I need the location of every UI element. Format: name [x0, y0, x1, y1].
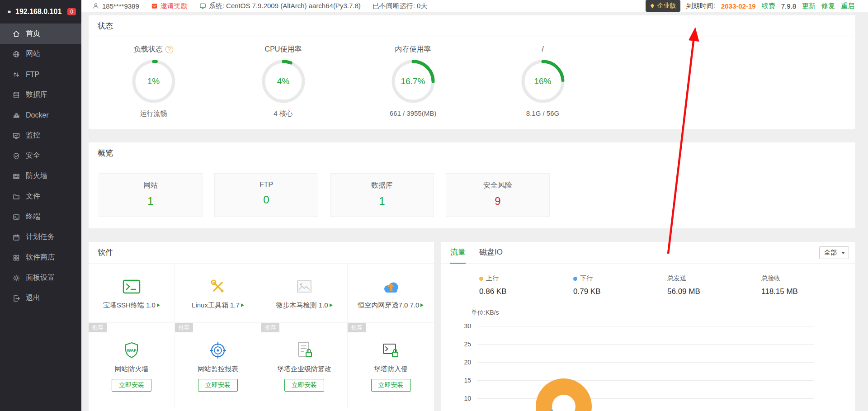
- gauge-label: /: [542, 45, 543, 53]
- software-item-intranet-tunnel[interactable]: 恒空内网穿透7.0 7.0: [348, 264, 434, 323]
- panel-version: 7.9.8: [781, 2, 796, 10]
- software-item-intrusion-prevention[interactable]: 推荐 堡塔防入侵 立即安装: [348, 323, 434, 409]
- software-item-ssh-terminal[interactable]: 宝塔SSH终端 1.0: [89, 264, 175, 323]
- sidebar-item-label: 数据库: [26, 90, 47, 99]
- app: 192.168.0.101 0 首页 网站 FTP 数据库 Docker: [0, 0, 868, 411]
- card-value: 1: [330, 195, 434, 208]
- software-name: 网站监控报表: [198, 365, 238, 373]
- sidebar-item-website[interactable]: 网站: [0, 44, 81, 64]
- status-panel: 状态 负载状态 ? 1% 运行流畅 CPU使用率: [89, 15, 855, 129]
- repair-link[interactable]: 修复: [821, 2, 835, 10]
- gridline: [477, 380, 814, 381]
- sidebar-item-appstore[interactable]: 软件商店: [0, 247, 81, 268]
- software-name: 网站防火墙: [115, 365, 149, 373]
- help-icon[interactable]: ?: [165, 46, 173, 53]
- gauge-subtext: 8.1G / 56G: [478, 109, 608, 117]
- traffic-panel: 流量 磁盘IO 全部 上行 0.86 KB 下行 0.79 KB: [441, 242, 855, 411]
- database-icon: [12, 91, 20, 99]
- website-icon: [12, 50, 20, 58]
- stat-upstream: 上行 0.86 KB: [479, 274, 573, 296]
- security-icon: [12, 152, 20, 160]
- stat-label: 总接收: [761, 274, 780, 283]
- software-panel: 软件 宝塔SSH终端 1.0 Linux工具箱 1.7 微步木马检测: [89, 242, 434, 411]
- cron-icon: [12, 233, 20, 241]
- install-button[interactable]: 立即安装: [284, 379, 324, 392]
- update-link[interactable]: 更新: [802, 2, 816, 10]
- software-item-waf[interactable]: 推荐 WAF 网站防火墙 立即安装: [89, 323, 175, 409]
- docker-icon: [12, 111, 20, 119]
- sidebar-item-label: 网站: [26, 49, 40, 59]
- tab-disk-io[interactable]: 磁盘IO: [479, 242, 503, 264]
- sidebar-item-security[interactable]: 安全: [0, 146, 81, 166]
- status-panel-title: 状态: [89, 15, 855, 37]
- overview-card-security-risks[interactable]: 安全风险 9: [446, 173, 550, 217]
- sidebar-item-settings[interactable]: 面板设置: [0, 268, 81, 288]
- logout-icon: [12, 294, 20, 302]
- stat-value: 56.09 MB: [667, 287, 761, 296]
- overview-card-websites[interactable]: 网站 1: [99, 173, 203, 217]
- stat-total-received: 总接收 118.15 MB: [761, 274, 855, 296]
- sidebar-item-firewall[interactable]: 防火墙: [0, 166, 81, 186]
- restart-link[interactable]: 重启: [841, 2, 854, 10]
- sidebar-item-logout[interactable]: 退出: [0, 288, 81, 308]
- user-info[interactable]: 185****9389: [92, 2, 139, 10]
- sidebar-item-terminal[interactable]: 终端: [0, 207, 81, 227]
- bt-logo-icon: [7, 7, 11, 16]
- red-envelope-icon: [151, 3, 158, 9]
- message-count-badge[interactable]: 0: [67, 8, 76, 15]
- ssh-terminal-icon: [122, 277, 142, 297]
- y-tick: 20: [441, 359, 471, 366]
- settings-icon: [12, 274, 20, 282]
- sidebar-item-home[interactable]: 首页: [0, 24, 81, 44]
- renew-link[interactable]: 续费: [762, 2, 775, 10]
- waf-icon-text: WAF: [127, 348, 136, 353]
- software-name: 微步木马检测 1.0: [276, 301, 328, 310]
- gauge-percent: 1%: [131, 59, 176, 104]
- gauge-label: 负载状态: [134, 45, 163, 54]
- overview-cards: 网站 1 FTP 0 数据库 1 安全风险 9: [89, 164, 855, 228]
- sidebar-item-label: 文件: [26, 192, 40, 201]
- monitor-icon: [12, 132, 20, 140]
- sidebar-item-ftp[interactable]: FTP: [0, 64, 81, 85]
- doc-lock-icon: [294, 340, 314, 360]
- invite-reward-link[interactable]: 邀请奖励: [151, 2, 188, 10]
- ftp-icon: [12, 71, 20, 79]
- card-value: 0: [215, 194, 318, 206]
- home-icon: [12, 30, 20, 38]
- software-item-linux-toolbox[interactable]: Linux工具箱 1.7: [175, 264, 261, 323]
- install-button[interactable]: 立即安装: [198, 379, 238, 392]
- overview-card-databases[interactable]: 数据库 1: [330, 173, 434, 217]
- upstream-dot-icon: [479, 277, 483, 281]
- user-icon: [92, 2, 99, 9]
- traffic-chart-blob: [534, 377, 593, 411]
- sidebar-item-label: 软件商店: [26, 253, 55, 262]
- sidebar-item-monitor[interactable]: 监控: [0, 125, 81, 146]
- card-label: 数据库: [330, 181, 434, 190]
- scope-select[interactable]: 全部: [819, 246, 849, 259]
- sidebar-item-docker[interactable]: Docker: [0, 105, 81, 125]
- traffic-stats: 上行 0.86 KB 下行 0.79 KB 总发送 56.09 MB 总接收: [441, 264, 855, 296]
- sidebar-item-files[interactable]: 文件: [0, 186, 81, 207]
- gridline: [477, 398, 814, 399]
- sidebar-item-label: 首页: [26, 29, 40, 38]
- stat-value: 118.15 MB: [761, 287, 855, 296]
- software-item-monitor-report[interactable]: 推荐 网站监控报表 立即安装: [175, 323, 261, 409]
- gridline: [477, 326, 814, 326]
- gauge-disk-root: / 16% 8.1G / 56G: [478, 44, 608, 118]
- edition-badge[interactable]: 企业版: [646, 0, 680, 12]
- tab-traffic[interactable]: 流量: [450, 242, 466, 264]
- overview-card-ftp[interactable]: FTP 0: [214, 173, 318, 217]
- software-item-trojan-scan[interactable]: 微步木马检测 1.0: [261, 264, 348, 323]
- gauge-subtext: 661 / 3955(MB): [348, 109, 478, 117]
- gauge-cpu: CPU使用率 4% 4 核心: [218, 44, 348, 118]
- install-button[interactable]: 立即安装: [371, 379, 411, 392]
- install-button[interactable]: 立即安装: [112, 379, 151, 392]
- software-item-tamper-proof[interactable]: 推荐 堡塔企业级防篡改 立即安装: [261, 323, 348, 409]
- gauge-label: CPU使用率: [265, 45, 302, 54]
- sidebar-item-cron[interactable]: 计划任务: [0, 227, 81, 247]
- card-label: FTP: [215, 181, 318, 189]
- stat-label: 总发送: [667, 274, 686, 283]
- stat-downstream: 下行 0.79 KB: [573, 274, 667, 296]
- sidebar-item-database[interactable]: 数据库: [0, 85, 81, 105]
- card-label: 网站: [99, 181, 202, 190]
